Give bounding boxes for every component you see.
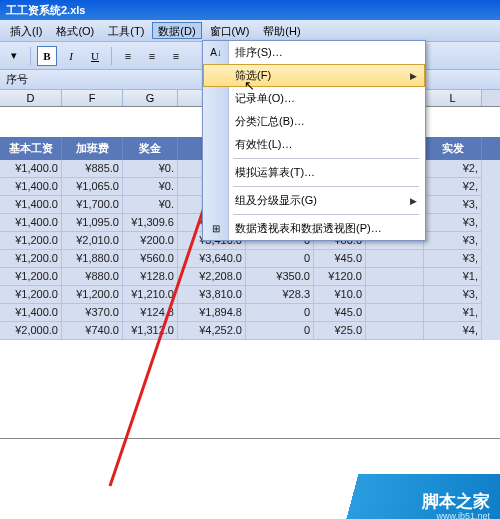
cell[interactable]: ¥1,400.0	[0, 304, 62, 322]
data-menu-dropdown: A↓排序(S)… 筛选(F)▶ 记录单(O)… 分类汇总(B)… 有效性(L)……	[202, 40, 426, 241]
cell[interactable]: ¥45.0	[314, 304, 366, 322]
cell[interactable]: ¥1,312.0	[123, 322, 178, 340]
italic-button[interactable]: I	[61, 46, 81, 66]
cell[interactable]: ¥1,894.8	[178, 304, 246, 322]
cell[interactable]: ¥2,	[424, 160, 482, 178]
cell[interactable]: ¥560.0	[123, 250, 178, 268]
align-left-button[interactable]: ≡	[118, 46, 138, 66]
cell[interactable]: ¥2,000.0	[0, 322, 62, 340]
col-header[interactable]: F	[62, 90, 123, 106]
toolbar-button[interactable]: ▾	[4, 46, 24, 66]
col-header[interactable]: L	[424, 90, 482, 106]
cell[interactable]: ¥880.0	[62, 268, 123, 286]
cell[interactable]: ¥1,200.0	[62, 286, 123, 304]
cell[interactable]: ¥1,	[424, 268, 482, 286]
cell[interactable]: ¥1,200.0	[0, 286, 62, 304]
cell[interactable]: ¥28.3	[246, 286, 314, 304]
cell[interactable]: ¥885.0	[62, 160, 123, 178]
cell[interactable]: ¥3,640.0	[178, 250, 246, 268]
menu-window[interactable]: 窗口(W)	[204, 22, 256, 39]
cell[interactable]	[366, 268, 424, 286]
menu-insert[interactable]: 插入(I)	[4, 22, 48, 39]
cell[interactable]: ¥1,309.6	[123, 214, 178, 232]
header-cell: 基本工资	[0, 137, 62, 160]
title-bar: 工工资系统2.xls	[0, 0, 500, 20]
menu-item-group[interactable]: 组及分级显示(G)▶	[203, 189, 425, 212]
cell[interactable]: ¥3,	[424, 196, 482, 214]
header-cell: 奖金	[123, 137, 178, 160]
cell[interactable]: ¥1,200.0	[0, 250, 62, 268]
cell[interactable]: ¥3,	[424, 214, 482, 232]
cell[interactable]: ¥1,880.0	[62, 250, 123, 268]
align-right-button[interactable]: ≡	[166, 46, 186, 66]
footer-divider	[0, 438, 500, 439]
menu-item-validity[interactable]: 有效性(L)…	[203, 133, 425, 156]
cell[interactable]: ¥1,400.0	[0, 196, 62, 214]
cell[interactable]: ¥1,400.0	[0, 214, 62, 232]
cell[interactable]: ¥10.0	[314, 286, 366, 304]
cell[interactable]	[366, 322, 424, 340]
cell[interactable]: ¥4,	[424, 322, 482, 340]
cell[interactable]: ¥4,252.0	[178, 322, 246, 340]
menu-data[interactable]: 数据(D)	[152, 22, 201, 39]
cell[interactable]: ¥0.	[123, 178, 178, 196]
table-row: ¥1,400.0¥370.0¥124.8¥1,894.80¥45.0¥1,	[0, 304, 500, 322]
chevron-right-icon: ▶	[410, 71, 417, 81]
cell[interactable]: 0	[246, 250, 314, 268]
cell[interactable]: ¥1,065.0	[62, 178, 123, 196]
cell[interactable]: ¥25.0	[314, 322, 366, 340]
col-header[interactable]: D	[0, 90, 62, 106]
menu-format[interactable]: 格式(O)	[50, 22, 100, 39]
cell[interactable]: ¥2,	[424, 178, 482, 196]
menu-item-subtotal[interactable]: 分类汇总(B)…	[203, 110, 425, 133]
menu-item-sort[interactable]: A↓排序(S)…	[203, 41, 425, 64]
cell[interactable]: ¥740.0	[62, 322, 123, 340]
cell[interactable]: ¥3,	[424, 286, 482, 304]
cell[interactable]: ¥200.0	[123, 232, 178, 250]
cell[interactable]: ¥370.0	[62, 304, 123, 322]
watermark-text: 脚本之家	[422, 490, 490, 513]
cell[interactable]: ¥1,210.0	[123, 286, 178, 304]
cell[interactable]: ¥1,400.0	[0, 160, 62, 178]
cell[interactable]: ¥2,208.0	[178, 268, 246, 286]
menu-item-table[interactable]: 模拟运算表(T)…	[203, 161, 425, 184]
underline-button[interactable]: U	[85, 46, 105, 66]
col-header[interactable]: G	[123, 90, 178, 106]
bold-button[interactable]: B	[37, 46, 57, 66]
table-row: ¥2,000.0¥740.0¥1,312.0¥4,252.00¥25.0¥4,	[0, 322, 500, 340]
cell[interactable]: ¥3,810.0	[178, 286, 246, 304]
cell[interactable]: 0	[246, 322, 314, 340]
chevron-right-icon: ▶	[410, 196, 417, 206]
cell[interactable]	[366, 286, 424, 304]
cell[interactable]: ¥350.0	[246, 268, 314, 286]
cell[interactable]: ¥1,200.0	[0, 268, 62, 286]
cell[interactable]	[366, 250, 424, 268]
cell[interactable]: ¥1,700.0	[62, 196, 123, 214]
table-row: ¥1,200.0¥1,200.0¥1,210.0¥3,810.0¥28.3¥10…	[0, 286, 500, 304]
cell[interactable]: ¥3,	[424, 232, 482, 250]
cell[interactable]: ¥1,	[424, 304, 482, 322]
menu-tools[interactable]: 工具(T)	[102, 22, 150, 39]
cell[interactable]: ¥124.8	[123, 304, 178, 322]
name-box-label: 序号	[6, 73, 28, 85]
cell[interactable]: 0	[246, 304, 314, 322]
cell[interactable]: ¥2,010.0	[62, 232, 123, 250]
cell[interactable]: ¥1,400.0	[0, 178, 62, 196]
cell[interactable]	[366, 304, 424, 322]
menu-item-pivot[interactable]: ⊞数据透视表和数据透视图(P)…	[203, 217, 425, 240]
cell[interactable]: ¥120.0	[314, 268, 366, 286]
cell[interactable]: ¥0.	[123, 196, 178, 214]
cell[interactable]: ¥0.	[123, 160, 178, 178]
menu-bar: 插入(I) 格式(O) 工具(T) 数据(D) 窗口(W) 帮助(H)	[0, 20, 500, 42]
window-title: 工工资系统2.xls	[6, 4, 85, 16]
cell[interactable]: ¥128.0	[123, 268, 178, 286]
cell[interactable]: ¥3,	[424, 250, 482, 268]
cell[interactable]: ¥1,095.0	[62, 214, 123, 232]
cell[interactable]: ¥1,200.0	[0, 232, 62, 250]
menu-help[interactable]: 帮助(H)	[257, 22, 306, 39]
watermark: 脚本之家 www.jb51.net	[320, 459, 500, 519]
align-center-button[interactable]: ≡	[142, 46, 162, 66]
cell[interactable]: ¥45.0	[314, 250, 366, 268]
menu-item-record[interactable]: 记录单(O)…	[203, 87, 425, 110]
menu-item-filter[interactable]: 筛选(F)▶	[203, 64, 425, 87]
